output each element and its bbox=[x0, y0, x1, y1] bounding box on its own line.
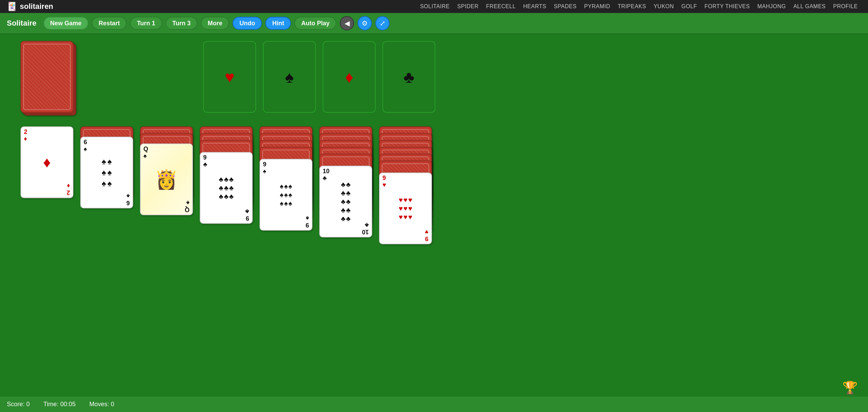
nav-links: SOLITAIRE SPIDER FREECELL HEARTS SPADES … bbox=[420, 3, 858, 10]
more-button[interactable]: More bbox=[201, 17, 229, 30]
tableau-col-4[interactable]: 9♣ ♣♣♣ ♣♣♣ ♣♣♣ 9♣ bbox=[200, 126, 253, 246]
card-10-clubs[interactable]: 10♣ ♣♣ ♣♣ ♣♣ ♣♣ ♣♣ 10♣ bbox=[319, 166, 372, 237]
foundation-hearts[interactable]: ♥ bbox=[203, 41, 256, 113]
nav-freecell[interactable]: FREECELL bbox=[486, 3, 516, 10]
settings-button[interactable]: ⚙ bbox=[358, 16, 372, 30]
toolbar: Solitaire New Game Restart Turn 1 Turn 3… bbox=[0, 13, 868, 34]
score-label: Score: 0 bbox=[7, 401, 30, 408]
app-logo[interactable]: 🃏 solitairen bbox=[7, 2, 53, 11]
tableau-col-7[interactable]: 9♥ ♥♥♥ ♥♥♥ ♥♥♥ 9♥ bbox=[379, 126, 432, 287]
tableau-col-2[interactable]: 6♠ ♠♠ ♠♠ ♠♠ 6♠ bbox=[80, 126, 133, 229]
nav-spider[interactable]: SPIDER bbox=[457, 3, 479, 10]
top-navigation: 🃏 solitairen SOLITAIRE SPIDER FREECELL H… bbox=[0, 0, 868, 13]
top-row: ♥ ♠ ♦ ♣ bbox=[20, 41, 848, 116]
tableau-col-1[interactable]: 2♦ ♦ 2♦ bbox=[20, 126, 73, 229]
card-2-diamonds[interactable]: 2♦ ♦ 2♦ bbox=[20, 126, 73, 198]
time-value: 00:05 bbox=[60, 401, 75, 408]
nav-all-games[interactable]: ALL GAMES bbox=[793, 3, 826, 10]
card-6-spades[interactable]: 6♠ ♠♠ ♠♠ ♠♠ 6♠ bbox=[80, 137, 133, 208]
game-area: ♥ ♠ ♦ ♣ 2♦ ♦ 2♦ 6♠ ♠♠ ♠♠ ♠♠ bbox=[0, 34, 868, 410]
tableau-col-3[interactable]: Q♠ 👸 Q♠ bbox=[140, 126, 193, 232]
nav-mahjong[interactable]: MAHJONG bbox=[757, 3, 786, 10]
restart-button[interactable]: Restart bbox=[92, 17, 127, 30]
card-9-spades[interactable]: 9♠ ♠♠♠ ♠♠♠ ♠♠♠ 9♠ bbox=[260, 159, 312, 231]
game-title: Solitaire bbox=[7, 19, 37, 28]
fullscreen-button[interactable]: ⤢ bbox=[375, 16, 390, 30]
new-game-button[interactable]: New Game bbox=[43, 17, 88, 30]
card-queen-spades[interactable]: Q♠ 👸 Q♠ bbox=[140, 143, 193, 215]
tableau: 2♦ ♦ 2♦ 6♠ ♠♠ ♠♠ ♠♠ 6♠ bbox=[20, 126, 848, 287]
moves-value: 0 bbox=[111, 401, 114, 408]
tableau-col-6[interactable]: 10♣ ♣♣ ♣♣ ♣♣ ♣♣ ♣♣ 10♣ bbox=[319, 126, 372, 273]
turn3-button[interactable]: Turn 3 bbox=[166, 17, 198, 30]
stock-pile[interactable] bbox=[20, 41, 77, 116]
nav-tripeaks[interactable]: TRIPEAKS bbox=[618, 3, 646, 10]
foundation-diamonds[interactable]: ♦ bbox=[323, 41, 376, 113]
tableau-col-5[interactable]: 9♠ ♠♠♠ ♠♠♠ ♠♠♠ 9♠ bbox=[260, 126, 312, 260]
app-name: solitairen bbox=[20, 2, 53, 11]
waste-spacer bbox=[143, 41, 196, 113]
hint-button[interactable]: Hint bbox=[265, 17, 291, 30]
card-9-clubs[interactable]: 9♣ ♣♣♣ ♣♣♣ ♣♣♣ 9♣ bbox=[200, 152, 253, 224]
sound-button[interactable]: ◀ bbox=[340, 16, 354, 30]
foundation-clubs[interactable]: ♣ bbox=[382, 41, 435, 113]
logo-icon: 🃏 bbox=[7, 2, 17, 11]
stock-card-back-1 bbox=[20, 41, 73, 113]
waste-area bbox=[84, 41, 137, 113]
nav-pyramid[interactable]: PYRAMID bbox=[584, 3, 610, 10]
nav-forty-thieves[interactable]: FORTY THIEVES bbox=[704, 3, 750, 10]
undo-button[interactable]: Undo bbox=[233, 17, 262, 30]
turn1-button[interactable]: Turn 1 bbox=[130, 17, 162, 30]
status-bar: Score: 0 Time: 00:05 Moves: 0 bbox=[0, 397, 868, 412]
auto-play-button[interactable]: Auto Play bbox=[294, 17, 336, 30]
nav-hearts[interactable]: HEARTS bbox=[523, 3, 546, 10]
nav-spades[interactable]: SPADES bbox=[554, 3, 577, 10]
nav-golf[interactable]: GOLF bbox=[682, 3, 697, 10]
nav-yukon[interactable]: YUKON bbox=[654, 3, 674, 10]
trophy-icon: 🏆 bbox=[842, 381, 858, 395]
foundation-spades[interactable]: ♠ bbox=[263, 41, 316, 113]
card-9-hearts[interactable]: 9♥ ♥♥♥ ♥♥♥ ♥♥♥ 9♥ bbox=[379, 173, 432, 244]
nav-solitaire[interactable]: SOLITAIRE bbox=[420, 3, 450, 10]
score-value: 0 bbox=[26, 401, 30, 408]
time-label: Time: 00:05 bbox=[43, 401, 75, 408]
nav-profile[interactable]: PROFILE bbox=[833, 3, 858, 10]
moves-label: Moves: 0 bbox=[89, 401, 114, 408]
